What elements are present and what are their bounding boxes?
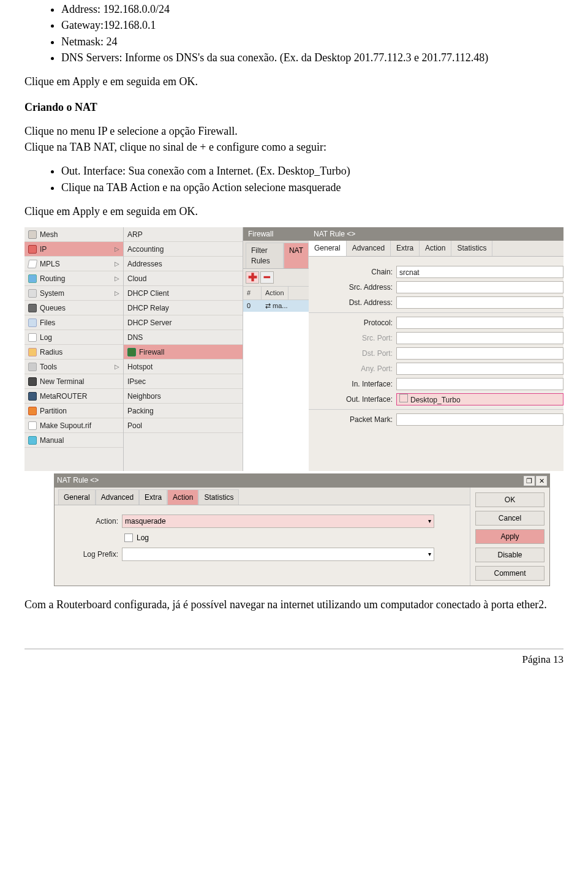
menu-item-manual[interactable]: Manual bbox=[24, 433, 123, 448]
submenu-item-pool[interactable]: Pool bbox=[124, 418, 243, 433]
section-nat: Criando o NAT bbox=[24, 100, 564, 115]
submenu-item-ipsec[interactable]: IPsec bbox=[124, 374, 243, 389]
tab-general[interactable]: General bbox=[309, 241, 347, 255]
bullet: Netmask: 24 bbox=[61, 34, 564, 50]
submenu-item-dhcp-relay[interactable]: DHCP Relay bbox=[124, 301, 243, 315]
add-button[interactable]: ✚ bbox=[246, 271, 259, 284]
ip-submenu: ARPAccountingAddressesCloudDHCP ClientDH… bbox=[124, 227, 243, 470]
chain-input[interactable]: srcnat bbox=[396, 266, 564, 278]
out-interface-input[interactable]: Desktop_Turbo bbox=[396, 393, 564, 405]
nat-bullets: Out. Interface: Sua conexão com a Intern… bbox=[24, 163, 564, 195]
submenu-item-packing[interactable]: Packing bbox=[124, 404, 243, 418]
radius-icon bbox=[28, 348, 37, 356]
dialog-buttons: OKCancelApplyDisableComment bbox=[470, 488, 549, 586]
chevron-right-icon: ▷ bbox=[115, 260, 119, 268]
menu-item-metarouter[interactable]: MetaROUTER bbox=[24, 389, 123, 404]
nat-rule-tabs: General Advanced Extra Action Statistics bbox=[309, 241, 564, 256]
menu-item-mpls[interactable]: MPLS▷ bbox=[24, 257, 123, 271]
submenu-item-hotspot[interactable]: Hotspot bbox=[124, 360, 243, 374]
chevron-right-icon: ▷ bbox=[115, 274, 119, 283]
bullet: Out. Interface: Sua conexão com a Intern… bbox=[61, 163, 564, 179]
menu-item-new-terminal[interactable]: New Terminal bbox=[24, 374, 123, 389]
firewall-toolbar: ✚ ━ bbox=[243, 269, 309, 287]
menu-item-make-supout-rif[interactable]: Make Supout.rif bbox=[24, 418, 123, 433]
dropdown-arrow-icon: ▾ bbox=[428, 550, 431, 559]
submenu-item-arp[interactable]: ARP bbox=[124, 227, 243, 242]
submenu-item-dhcp-server[interactable]: DHCP Server bbox=[124, 315, 243, 330]
any-port-input[interactable] bbox=[396, 363, 564, 375]
bullet: Gateway:192.168.0.1 bbox=[61, 17, 564, 33]
tab-statistics2[interactable]: Statistics bbox=[198, 489, 239, 505]
submenu-item-firewall[interactable]: Firewall bbox=[124, 345, 243, 360]
log-checkbox[interactable] bbox=[124, 533, 133, 542]
main-menu: MeshIP▷MPLS▷Routing▷System▷QueuesFilesLo… bbox=[24, 227, 124, 470]
submenu-item-dhcp-client[interactable]: DHCP Client bbox=[124, 286, 243, 301]
submenu-item-accounting[interactable]: Accounting bbox=[124, 242, 243, 257]
screenshot-firewall-general: MeshIP▷MPLS▷Routing▷System▷QueuesFilesLo… bbox=[24, 227, 564, 586]
window-close-icon[interactable]: ✕ bbox=[536, 476, 547, 486]
sys-icon bbox=[28, 289, 37, 298]
menu-item-system[interactable]: System▷ bbox=[24, 286, 123, 301]
logprefix-input[interactable]: ▾ bbox=[122, 548, 434, 561]
menu-item-log[interactable]: Log bbox=[24, 330, 123, 345]
protocol-input[interactable] bbox=[396, 317, 564, 329]
ip-icon bbox=[28, 245, 37, 254]
tab-filter-rules[interactable]: Filter Rules bbox=[246, 243, 284, 268]
tab-advanced[interactable]: Advanced bbox=[347, 241, 391, 255]
col-action: Action bbox=[262, 287, 288, 300]
tab-action2[interactable]: Action bbox=[167, 489, 198, 505]
cancel-button[interactable]: Cancel bbox=[475, 511, 545, 526]
remove-button[interactable]: ━ bbox=[260, 271, 274, 284]
tab-general2[interactable]: General bbox=[58, 489, 96, 505]
term-icon bbox=[28, 377, 37, 386]
menu-item-queues[interactable]: Queues bbox=[24, 301, 123, 315]
nat-rule-title: NAT Rule <> bbox=[309, 227, 564, 241]
tab-extra[interactable]: Extra bbox=[391, 241, 420, 255]
rule-row-0[interactable]: 0 ⇄ ma... bbox=[243, 300, 309, 312]
supout-icon bbox=[28, 421, 37, 430]
lbl-anyport: Any. Port: bbox=[309, 364, 396, 374]
tab-extra2[interactable]: Extra bbox=[139, 489, 167, 505]
submenu-item-dns[interactable]: DNS bbox=[124, 330, 243, 345]
action-combo[interactable]: masquerade ▾ bbox=[122, 514, 434, 528]
disable-button[interactable]: Disable bbox=[475, 548, 545, 562]
invert-checkbox-icon[interactable] bbox=[399, 394, 408, 402]
apply-button[interactable]: Apply bbox=[475, 529, 545, 544]
nat-rule-dialog: NAT Rule <> General Advanced Extra Actio… bbox=[309, 227, 564, 470]
log-row: Log bbox=[124, 533, 470, 543]
in-interface-input[interactable] bbox=[396, 378, 564, 390]
address-bullets: Address: 192.168.0.0/24 Gateway:192.168.… bbox=[24, 1, 564, 66]
tab-nat[interactable]: NAT bbox=[284, 243, 309, 268]
packet-mark-input[interactable] bbox=[396, 413, 564, 426]
tab-statistics[interactable]: Statistics bbox=[451, 241, 492, 255]
lbl-action: Action: bbox=[55, 516, 122, 526]
submenu-item-addresses[interactable]: Addresses bbox=[124, 257, 243, 271]
tab-advanced2[interactable]: Advanced bbox=[96, 489, 139, 505]
lbl-chain: Chain: bbox=[309, 267, 396, 277]
rule-list-header: # Action bbox=[243, 287, 309, 300]
firewall-icon bbox=[127, 348, 136, 356]
src-port-input[interactable] bbox=[396, 332, 564, 344]
submenu-item-cloud[interactable]: Cloud bbox=[124, 271, 243, 286]
src-address-input[interactable] bbox=[396, 281, 564, 293]
menu-item-partition[interactable]: Partition bbox=[24, 404, 123, 418]
menu-item-routing[interactable]: Routing▷ bbox=[24, 271, 123, 286]
ok-button[interactable]: OK bbox=[475, 492, 545, 507]
menu-item-mesh[interactable]: Mesh bbox=[24, 227, 123, 242]
mpls-icon bbox=[28, 260, 37, 268]
dst-address-input[interactable] bbox=[396, 296, 564, 309]
window-restore-icon[interactable]: ❐ bbox=[524, 476, 535, 486]
lbl-proto: Protocol: bbox=[309, 318, 396, 328]
dst-port-input[interactable] bbox=[396, 347, 564, 360]
menu-item-radius[interactable]: Radius bbox=[24, 345, 123, 360]
log-icon bbox=[28, 333, 37, 342]
man-icon bbox=[28, 436, 37, 445]
menu-item-files[interactable]: Files bbox=[24, 315, 123, 330]
menu-item-ip[interactable]: IP▷ bbox=[24, 242, 123, 257]
bullet: Clique na TAB Action e na opção Action s… bbox=[61, 179, 564, 195]
submenu-item-neighbors[interactable]: Neighbors bbox=[124, 389, 243, 404]
comment-button[interactable]: Comment bbox=[475, 566, 545, 581]
menu-item-tools[interactable]: Tools▷ bbox=[24, 360, 123, 374]
lbl-iniface: In. Interface: bbox=[309, 379, 396, 389]
tab-action[interactable]: Action bbox=[420, 241, 451, 255]
